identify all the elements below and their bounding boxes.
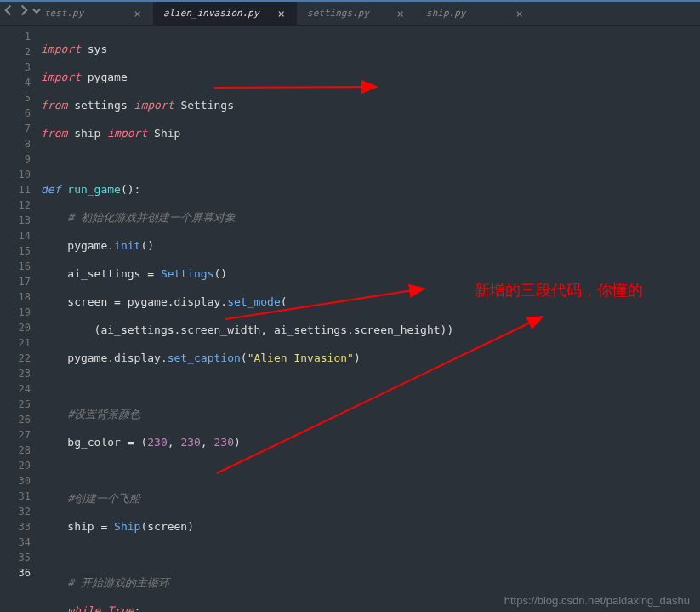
annotation: 新增的三段代码，你懂的 — [475, 280, 643, 300]
close-icon[interactable]: × — [515, 7, 525, 20]
close-icon[interactable]: × — [396, 7, 406, 20]
code-area[interactable]: import sys import pygame from settings i… — [41, 26, 700, 612]
tab-test[interactable]: test.py × — [34, 2, 153, 26]
nav-dropdown-icon[interactable] — [31, 4, 43, 16]
tab-alien-invasion[interactable]: alien_invasion.py × — [153, 2, 297, 26]
close-icon[interactable]: × — [276, 7, 287, 20]
tab-label: settings.py — [307, 8, 369, 19]
line-gutter: 1234567891011121314151617181920212223242… — [0, 26, 41, 612]
tab-settings[interactable]: settings.py × — [297, 2, 416, 26]
editor: 1234567891011121314151617181920212223242… — [0, 26, 700, 612]
tab-label: test.py — [44, 8, 83, 19]
nav-prev-icon[interactable] — [3, 4, 15, 16]
tabs-row: test.py × alien_invasion.py × settings.p… — [0, 2, 700, 26]
tab-label: alien_invasion.py — [163, 8, 259, 19]
watermark: https://blog.csdn.net/paidaxing_dashu — [504, 594, 690, 607]
tab-label: ship.py — [426, 8, 465, 19]
nav-next-icon[interactable] — [17, 4, 29, 16]
tab-ship[interactable]: ship.py × — [416, 2, 535, 26]
close-icon[interactable]: × — [133, 7, 143, 20]
tab-nav — [3, 4, 43, 16]
